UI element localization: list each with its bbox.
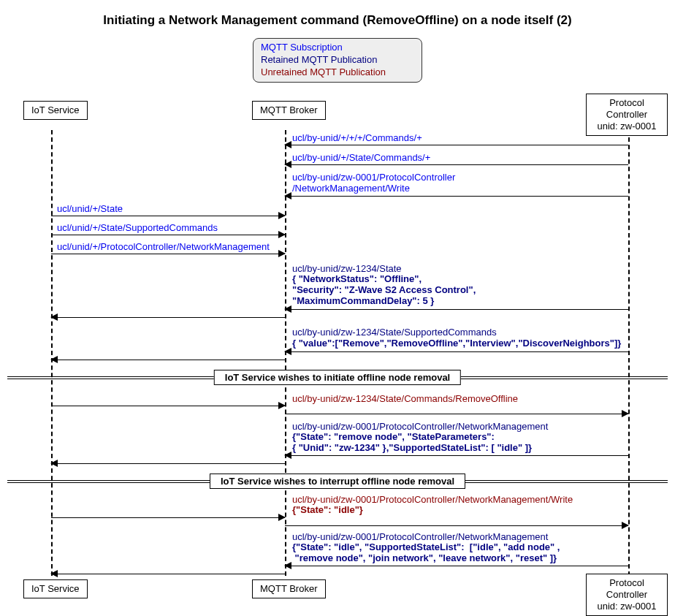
legend-box: MQTT Subscription Retained MQTT Publicat… (253, 38, 422, 83)
msg-ret-state-relay (51, 317, 285, 318)
sequence-diagram: IoT Service MQTT Broker Protocol Control… (7, 90, 668, 616)
arrow-left-icon (50, 570, 58, 577)
label-sub-commands: ucl/by-unid/+/+/+/Commands/+ (292, 133, 422, 144)
msg-ret-state (285, 309, 628, 310)
label-unret-idle-body: {"State": "idle"} (292, 505, 363, 516)
label-sub-nm-write-a: ucl/by-unid/zw-0001/ProtocolController (292, 172, 455, 183)
arrow-right-icon (622, 410, 629, 417)
arrow-left-icon (284, 305, 291, 313)
page-title: Initiating a Network Management command … (7, 13, 668, 28)
actor-pc-b-line1: Protocol Controller (594, 577, 660, 601)
arrow-left-icon (50, 356, 58, 363)
msg-sub-nm-write (285, 196, 628, 197)
arrow-left-icon (284, 562, 291, 569)
label-ret-supported-topic: ucl/by-unid/zw-1234/State/SupportedComma… (292, 327, 497, 338)
label-sub-supported: ucl/unid/+/State/SupportedCommands (57, 223, 218, 234)
actor-pc-line1: Protocol Controller (594, 97, 660, 121)
divider-interrupt-label: IoT Service wishes to interrupt offline … (210, 474, 465, 489)
arrow-left-icon (50, 460, 58, 467)
actor-pc-bottom: Protocol Controller unid: zw-0001 (586, 574, 668, 616)
actor-pc-line2: unid: zw-0001 (594, 121, 660, 132)
msg-sub-commands (285, 145, 628, 145)
arrow-right-icon (278, 231, 286, 238)
msg-sub-pc-nm (51, 254, 285, 254)
msg-unret-removeoffline-relay (285, 414, 628, 414)
legend-retained: Retained MQTT Publication (261, 54, 414, 66)
msg-ret-idle-relay (51, 574, 285, 574)
label-sub-state-commands: ucl/by-unid/+/State/Commands/+ (292, 153, 430, 164)
lifeline-pc (628, 130, 630, 576)
label-ret-removenode-body: {"State": "remove node", "StateParameter… (292, 432, 532, 454)
actor-pc-top: Protocol Controller unid: zw-0001 (586, 94, 668, 137)
arrow-right-icon (278, 250, 286, 257)
label-sub-state: ucl/unid/+/State (57, 204, 123, 215)
msg-sub-state (51, 216, 285, 216)
arrow-left-icon (284, 161, 291, 168)
label-ret-idle-body: {"State": "idle", "SupportedStateList": … (292, 542, 560, 564)
divider-interrupt: IoT Service wishes to interrupt offline … (7, 480, 668, 483)
msg-sub-state-commands (285, 164, 628, 165)
msg-unret-idle-relay (285, 525, 628, 526)
label-sub-nm-write-b: /NetworkManagement/Write (292, 183, 410, 194)
legend-unretained: Unretained MQTT Publication (261, 66, 414, 79)
msg-unret-idle (51, 517, 285, 518)
label-sub-pc-nm: ucl/unid/+/ProtocolController/NetworkMan… (57, 242, 270, 253)
arrow-right-icon (622, 522, 629, 529)
arrow-left-icon (284, 141, 291, 148)
msg-ret-idle (285, 566, 628, 566)
label-ret-supported-body: { "value":["Remove","RemoveOffline","Int… (292, 338, 621, 349)
divider-initiate: IoT Service wishes to initiate offline n… (7, 376, 668, 379)
arrow-left-icon (284, 452, 291, 459)
legend-subscription: MQTT Subscription (261, 42, 414, 54)
arrow-left-icon (284, 348, 291, 355)
actor-iot-bottom: IoT Service (23, 579, 88, 598)
msg-unret-removeoffline (51, 406, 285, 406)
arrow-right-icon (278, 514, 286, 521)
msg-ret-removenode-relay (51, 463, 285, 464)
divider-initiate-label: IoT Service wishes to initiate offline n… (214, 370, 461, 385)
msg-ret-supported-relay (51, 360, 285, 360)
msg-ret-supported (285, 351, 628, 352)
actor-pc-b-line2: unid: zw-0001 (594, 601, 660, 612)
actor-broker-bottom: MQTT Broker (252, 579, 326, 598)
arrow-right-icon (278, 212, 286, 219)
msg-ret-removenode (285, 455, 628, 456)
actor-broker-top: MQTT Broker (252, 101, 326, 120)
actor-iot-top: IoT Service (23, 101, 88, 120)
arrow-right-icon (278, 402, 286, 409)
arrow-left-icon (50, 313, 58, 321)
label-ret-state-body: { "NetworkStatus": "Offline", "Security"… (292, 274, 476, 307)
msg-sub-supported (51, 235, 285, 235)
label-unret-removeoffline: ucl/by-unid/zw-1234/State/Commands/Remov… (292, 394, 518, 405)
lifeline-iot (51, 130, 53, 576)
arrow-left-icon (284, 192, 291, 199)
